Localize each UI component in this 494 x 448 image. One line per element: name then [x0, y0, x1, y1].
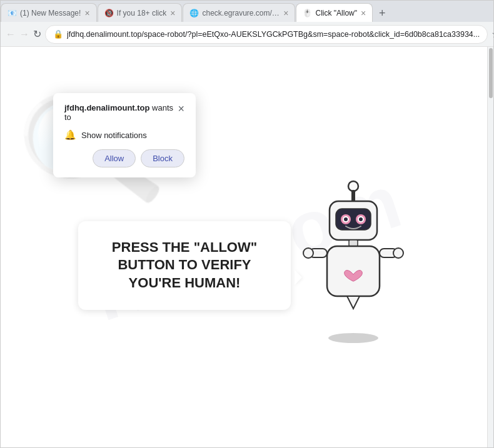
svg-point-15 [393, 248, 403, 258]
forward-button[interactable]: → [19, 26, 29, 43]
tabs-bar: 📧 (1) New Message! × 🔞 If you 18+ click … [1, 1, 493, 22]
tab-click-allow[interactable]: 🖱️ Click "Allow" × [296, 3, 373, 22]
new-tab-button[interactable]: + [373, 4, 391, 22]
popup-header: jfdhq.denalimount.top wants to × [64, 103, 184, 122]
tab-favicon-4: 🖱️ [303, 9, 311, 17]
tab-close-3[interactable]: × [283, 9, 288, 17]
svg-point-0 [348, 181, 358, 191]
block-button[interactable]: Block [141, 149, 184, 167]
address-text: jfdhq.denalimount.top/space-robot/?pl=eE… [67, 30, 480, 39]
svg-rect-10 [349, 240, 358, 246]
tab-18plus[interactable]: 🔞 If you 18+ click × [98, 3, 183, 22]
tab-close-2[interactable]: × [170, 9, 175, 17]
svg-rect-11 [327, 246, 380, 296]
robot-svg [291, 172, 416, 347]
popup-option-label: Show notifications [81, 131, 147, 140]
address-bar[interactable]: 🔒 jfdhq.denalimount.top/space-robot/?pl=… [45, 25, 488, 44]
bubble-text: PRESS THE "ALLOW" BUTTON TO VERIFY YOU'R… [98, 239, 271, 292]
speech-bubble: PRESS THE "ALLOW" BUTTON TO VERIFY YOU'R… [78, 221, 291, 310]
tab-close-1[interactable]: × [84, 9, 89, 17]
svg-point-16 [328, 333, 378, 343]
page-content: risk.com 🔍 jfdhq.denalimount.top wants t… [1, 47, 493, 447]
allow-button[interactable]: Allow [93, 149, 136, 167]
tab-favicon-1: 📧 [8, 9, 16, 17]
tab-title-1: (1) New Message! [20, 9, 81, 17]
tab-title-2: If you 18+ click [117, 9, 167, 17]
bell-icon: 🔔 [64, 129, 76, 141]
popup-site: jfdhq.denalimount.top wants to [64, 103, 178, 122]
browser-window: 📧 (1) New Message! × 🔞 If you 18+ click … [0, 0, 494, 448]
tab-check[interactable]: 🌐 check.egravure.com/7é... × [183, 3, 295, 22]
robot-illustration [291, 172, 416, 347]
svg-point-6 [344, 217, 348, 221]
svg-point-13 [303, 248, 313, 258]
svg-point-9 [359, 217, 363, 221]
tab-title-3: check.egravure.com/7é... [202, 9, 280, 17]
tab-title-4: Click "Allow" [315, 9, 357, 17]
tab-new-message[interactable]: 📧 (1) New Message! × [1, 3, 97, 22]
tab-close-4[interactable]: × [361, 9, 366, 17]
back-button[interactable]: ← [6, 26, 16, 43]
scene-container: PRESS THE "ALLOW" BUTTON TO VERIFY YOU'R… [78, 172, 416, 347]
permission-popup: jfdhq.denalimount.top wants to × 🔔 Show … [53, 93, 196, 177]
bookmark-button[interactable]: ☆ [491, 26, 494, 43]
popup-option-notifications: 🔔 Show notifications [64, 129, 184, 141]
popup-site-name: jfdhq.denalimount.top wants to [64, 103, 173, 122]
popup-buttons: Allow Block [64, 149, 184, 167]
address-bar-row: ← → ↻ 🔒 jfdhq.denalimount.top/space-robo… [1, 22, 493, 47]
reload-button[interactable]: ↻ [33, 26, 41, 43]
tab-favicon-2: 🔞 [104, 9, 113, 17]
tab-favicon-3: 🌐 [189, 9, 198, 17]
lock-icon: 🔒 [53, 29, 63, 39]
popup-close-button[interactable]: × [178, 103, 184, 114]
